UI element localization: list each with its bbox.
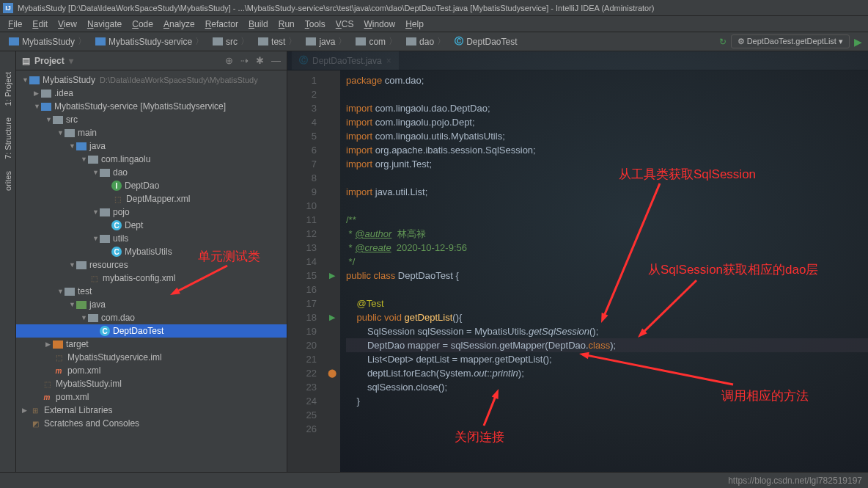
tree-node[interactable]: ▼java bbox=[16, 298, 287, 311]
breadcrumb-item[interactable]: com〉 bbox=[353, 34, 400, 48]
editor-tabs: Ⓒ DeptDaoTest.java × bbox=[287, 51, 868, 70]
build-icon[interactable]: ↻ bbox=[719, 37, 727, 47]
tree-node[interactable]: ▼pojo bbox=[16, 205, 287, 219]
tree-node[interactable]: ▼test bbox=[16, 285, 287, 298]
java-class-icon: Ⓒ bbox=[299, 54, 308, 67]
tree-node[interactable]: ▼com.lingaolu bbox=[16, 153, 287, 166]
tree-node[interactable]: ◩Scratches and Consoles bbox=[16, 417, 287, 430]
collapse-icon[interactable]: ⇢ bbox=[240, 55, 249, 66]
breadcrumb-item[interactable]: dao〉 bbox=[403, 34, 449, 48]
gutter-icons: ▶▶⬤ bbox=[324, 70, 340, 472]
tree-node[interactable]: ▶.idea bbox=[16, 87, 287, 100]
menu-view[interactable]: View bbox=[53, 18, 82, 31]
menu-vcs[interactable]: VCS bbox=[331, 18, 359, 31]
menu-help[interactable]: Help bbox=[400, 18, 429, 31]
tree-node[interactable]: mpom.xml bbox=[16, 364, 287, 377]
breadcrumb-item[interactable]: java〉 bbox=[303, 34, 350, 48]
tree-node[interactable]: ⬚mybatis-config.xml bbox=[16, 272, 287, 285]
hide-icon[interactable]: — bbox=[271, 55, 281, 66]
menu-refactor[interactable]: Refactor bbox=[200, 18, 243, 31]
menu-run[interactable]: Run bbox=[273, 18, 300, 31]
title-bar: IJ MybatisStudy [D:\Data\IdeaWorkSpaceSt… bbox=[0, 0, 868, 16]
breadcrumb-item[interactable]: ⒸDeptDaoTest bbox=[452, 34, 520, 48]
run-button[interactable]: ▶ bbox=[854, 36, 862, 48]
window-title: MybatisStudy [D:\Data\IdeaWorkSpaceStudy… bbox=[18, 4, 655, 12]
tree-node[interactable]: ▼main bbox=[16, 126, 287, 139]
tool-tab[interactable]: 7: Structure bbox=[2, 112, 14, 165]
watermark: https://blog.csdn.net/lgl782519197 bbox=[728, 476, 862, 486]
menu-window[interactable]: Window bbox=[358, 18, 400, 31]
tool-tab[interactable]: orites bbox=[2, 165, 14, 197]
tree-node[interactable]: ▼MybatisStudyD:\Data\IdeaWorkSpaceStudy\… bbox=[16, 73, 287, 87]
tree-node[interactable]: CDept bbox=[16, 219, 287, 232]
editor-tab-active[interactable]: Ⓒ DeptDaoTest.java × bbox=[292, 51, 399, 70]
project-panel-title: Project bbox=[34, 56, 65, 66]
run-config-selector[interactable]: ⚙ DeptDaoTest.getDeptList ▾ bbox=[731, 34, 850, 48]
breadcrumb-item[interactable]: src〉 bbox=[210, 34, 252, 48]
editor-area: Ⓒ DeptDaoTest.java × 1234567891011121314… bbox=[287, 51, 868, 472]
breadcrumb-item[interactable]: MybatisStudy〉 bbox=[6, 34, 89, 48]
tree-node[interactable]: ▼dao bbox=[16, 166, 287, 179]
tree-node[interactable]: CDeptDaoTest bbox=[16, 324, 287, 338]
tree-node[interactable]: mpom.xml bbox=[16, 390, 287, 404]
tree-node[interactable]: ▶target bbox=[16, 338, 287, 351]
breadcrumb-item[interactable]: test〉 bbox=[255, 34, 300, 48]
tree-node[interactable]: ▶⊞External Libraries bbox=[16, 404, 287, 417]
tree-node[interactable]: ⬚DeptMapper.xml bbox=[16, 192, 287, 205]
tree-node[interactable]: ▼MybatisStudy-service [MybatisStudyservi… bbox=[16, 100, 287, 113]
menu-analyze[interactable]: Analyze bbox=[158, 18, 200, 31]
tree-node[interactable]: ▼utils bbox=[16, 232, 287, 245]
left-tool-tabs: 1: Project7: Structureorites bbox=[0, 51, 16, 472]
locate-icon[interactable]: ⊕ bbox=[225, 55, 233, 66]
tree-node[interactable]: ⬚MybatisStudyservice.iml bbox=[16, 351, 287, 364]
editor-body[interactable]: 1234567891011121314151617181920212223242… bbox=[287, 70, 868, 472]
menu-file[interactable]: File bbox=[3, 18, 27, 31]
app-icon: IJ bbox=[3, 3, 13, 13]
tree-node[interactable]: ⬚MybatisStudy.iml bbox=[16, 377, 287, 390]
settings-icon[interactable]: ✱ bbox=[256, 55, 264, 66]
close-tab-icon[interactable]: × bbox=[386, 56, 391, 66]
breadcrumb-item[interactable]: MybatisStudy-service〉 bbox=[92, 34, 207, 48]
code-area[interactable]: package com.dao;import com.lingaolu.dao.… bbox=[340, 70, 868, 472]
menu-code[interactable]: Code bbox=[127, 18, 158, 31]
tree-node[interactable]: ▼java bbox=[16, 139, 287, 153]
tool-tab[interactable]: 1: Project bbox=[2, 66, 14, 112]
project-panel: ▤Project ▾ ⊕ ⇢ ✱ — ▼MybatisStudyD:\Data\… bbox=[16, 51, 287, 472]
menu-edit[interactable]: Edit bbox=[27, 18, 53, 31]
tree-node[interactable]: ▼resources bbox=[16, 258, 287, 272]
editor-tab-label: DeptDaoTest.java bbox=[312, 56, 382, 66]
project-tree[interactable]: ▼MybatisStudyD:\Data\IdeaWorkSpaceStudy\… bbox=[16, 70, 287, 472]
nav-bar: MybatisStudy〉MybatisStudy-service〉src〉te… bbox=[0, 32, 868, 51]
menu-navigate[interactable]: Navigate bbox=[82, 18, 127, 31]
menu-bar: FileEditViewNavigateCodeAnalyzeRefactorB… bbox=[0, 16, 868, 32]
project-panel-icon: ▤ bbox=[22, 56, 30, 66]
tree-node[interactable]: IDeptDao bbox=[16, 179, 287, 192]
menu-build[interactable]: Build bbox=[243, 18, 273, 31]
tree-node[interactable]: ▼src bbox=[16, 113, 287, 126]
tree-node[interactable]: CMybatisUtils bbox=[16, 245, 287, 258]
breadcrumbs: MybatisStudy〉MybatisStudy-service〉src〉te… bbox=[6, 34, 521, 48]
menu-tools[interactable]: Tools bbox=[300, 18, 331, 31]
line-gutter: 1234567891011121314151617181920212223242… bbox=[287, 70, 324, 472]
tree-node[interactable]: ▼com.dao bbox=[16, 311, 287, 324]
